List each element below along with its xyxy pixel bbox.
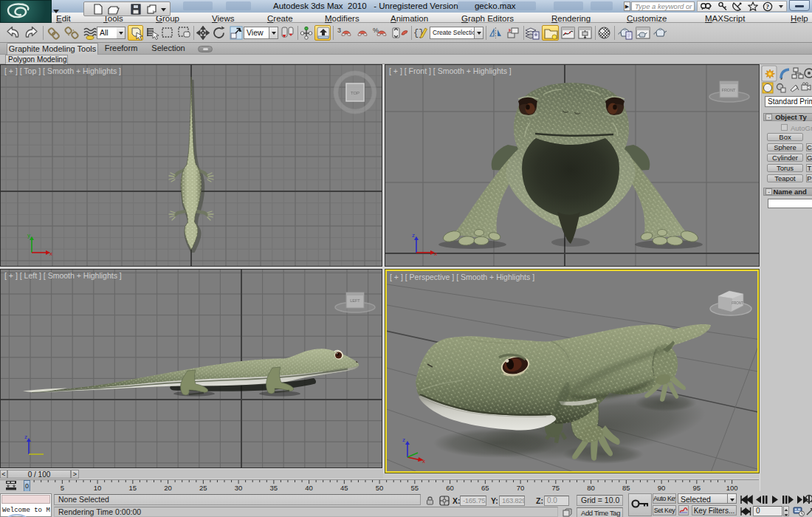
svg-text:z: z	[412, 232, 415, 239]
svg-text:x: x	[434, 250, 437, 257]
svg-text:x: x	[49, 250, 52, 257]
svg-text:z: z	[402, 436, 405, 443]
svg-text:3: 3	[337, 27, 341, 34]
svg-text:?: ?	[766, 3, 770, 10]
svg-text:TOP: TOP	[351, 91, 359, 95]
svg-text:FRONT: FRONT	[722, 88, 737, 92]
svg-text:x: x	[422, 458, 425, 463]
svg-text:LEFT: LEFT	[350, 298, 360, 303]
svg-text:z: z	[24, 434, 27, 440]
svg-text:y: y	[27, 232, 30, 239]
svg-text:FRONT: FRONT	[732, 301, 743, 305]
